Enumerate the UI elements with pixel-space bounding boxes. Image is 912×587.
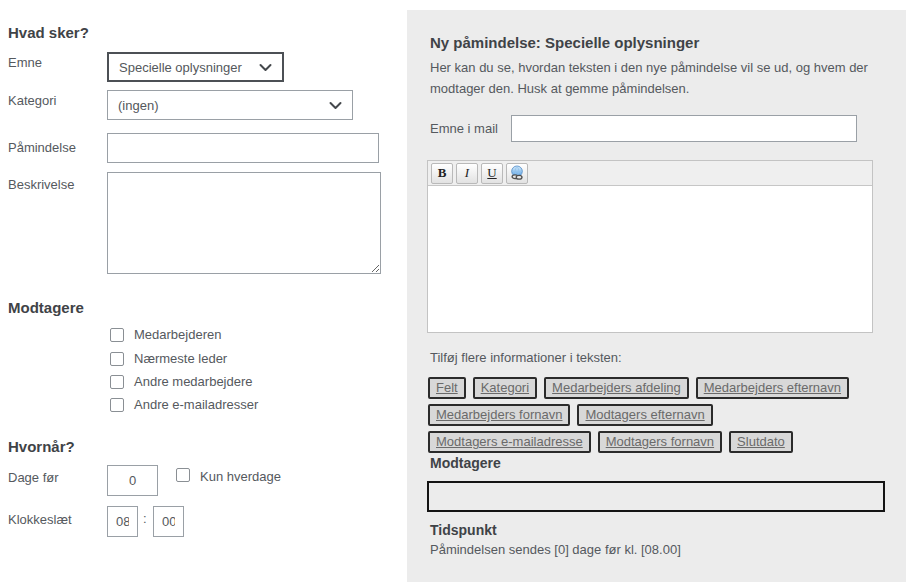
dage-foer-label: Dage før [8,470,59,485]
section-heading-hvornaar: Hvornår? [8,438,75,455]
preview-time-text: Påmindelsen sendes [0] dage før kl. [08.… [430,542,681,557]
klokkeslaet-label: Klokkeslæt [8,512,72,527]
preview-description: Her kan du se, hvordan teksten i den nye… [430,57,888,99]
preview-time-heading: Tidspunkt [430,522,497,538]
checkbox-row-medarbejderen: Medarbejderen [110,327,221,342]
insert-info-label: Tilføj flere informationer i teksten: [430,350,622,365]
section-heading-hvad-sker: Hvad sker? [8,24,89,41]
chevron-down-icon [259,63,272,72]
insert-modtagers-efternavn-button[interactable]: Modtagers efternavn [577,404,712,426]
richtext-toolbar: B I U [428,161,872,186]
insert-slutdato-button[interactable]: Slutdato [729,431,793,453]
insert-kategori-button[interactable]: Kategori [473,377,537,399]
andre-medarbejdere-checkbox[interactable] [110,375,124,389]
andre-emailadresser-checkbox[interactable] [110,398,124,412]
kategori-select[interactable]: (ingen) [107,90,353,120]
andre-medarbejdere-checkbox-label: Andre medarbejdere [134,374,253,389]
kategori-label: Kategori [8,93,56,108]
paamindelse-input[interactable] [107,133,379,163]
bold-button[interactable]: B [431,163,453,184]
preview-recipients-box [427,481,885,512]
checkbox-row-andre-medarbejdere: Andre medarbejdere [110,374,253,389]
insert-buttons-group: Felt Kategori Medarbejders afdeling Meda… [428,377,880,458]
section-heading-modtagere: Modtagere [8,299,84,316]
emne-select[interactable]: Specielle oplysninger [107,52,284,82]
emne-select-value: Specielle oplysninger [109,60,259,75]
italic-button[interactable]: I [456,163,478,184]
kun-hverdage-label: Kun hverdage [200,469,281,484]
dage-foer-input[interactable] [107,465,158,496]
beskrivelse-label: Beskrivelse [8,177,74,192]
naermeste-leder-checkbox-label: Nærmeste leder [134,351,227,366]
time-minutes-input[interactable] [153,506,184,537]
chevron-down-icon [329,101,342,110]
insert-link-button[interactable] [506,163,528,184]
insert-medarbejders-afdeling-button[interactable]: Medarbejders afdeling [544,377,689,399]
richtext-editor-body[interactable] [428,186,872,332]
medarbejderen-checkbox[interactable] [110,328,124,342]
emne-i-mail-label: Emne i mail [430,121,498,136]
checkbox-row-andre-emailadresser: Andre e-mailadresser [110,397,258,412]
andre-emailadresser-checkbox-label: Andre e-mailadresser [134,397,258,412]
preview-panel: Ny påmindelse: Specielle oplysninger Her… [407,10,906,582]
kategori-select-value: (ingen) [108,98,329,113]
paamindelse-label: Påmindelse [8,140,76,155]
beskrivelse-textarea[interactable] [107,172,381,274]
naermeste-leder-checkbox[interactable] [110,352,124,366]
insert-medarbejders-fornavn-button[interactable]: Medarbejders fornavn [428,404,570,426]
insert-modtagers-emailadresse-button[interactable]: Modtagers e-mailadresse [428,431,591,453]
medarbejderen-checkbox-label: Medarbejderen [134,327,221,342]
emne-i-mail-input[interactable] [511,115,857,142]
emne-label: Emne [8,55,42,70]
time-hours-input[interactable] [107,506,138,537]
insert-modtagers-fornavn-button[interactable]: Modtagers fornavn [598,431,722,453]
richtext-editor: B I U [427,160,873,333]
underline-button[interactable]: U [481,163,503,184]
link-icon [509,165,525,181]
preview-title: Ny påmindelse: Specielle oplysninger [430,34,699,51]
insert-medarbejders-efternavn-button[interactable]: Medarbejders efternavn [696,377,849,399]
checkbox-row-naermeste-leder: Nærmeste leder [110,351,227,366]
insert-felt-button[interactable]: Felt [428,377,466,399]
preview-recipients-heading: Modtagere [430,455,501,471]
kun-hverdage-checkbox[interactable] [176,468,190,482]
time-separator: : [143,511,147,526]
